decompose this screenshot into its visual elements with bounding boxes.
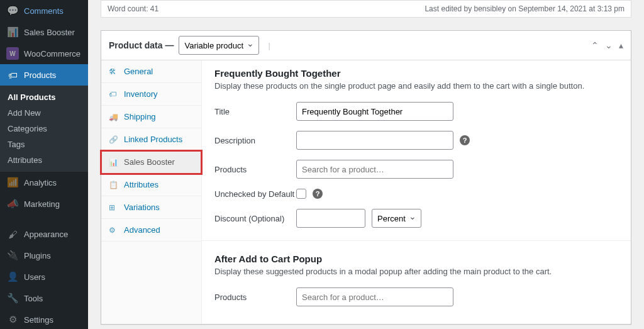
sidebar-item-appearance[interactable]: 🖌Appearance <box>0 223 88 245</box>
fbt-products-label: Products <box>214 165 296 174</box>
sidebar-item-settings[interactable]: ⚙Settings <box>0 309 88 329</box>
sidebar-item-users[interactable]: 👤Users <box>0 266 88 287</box>
list-icon: 📋 <box>109 181 119 189</box>
fbt-discount-input[interactable] <box>296 209 365 228</box>
after-cart-products-input[interactable] <box>296 287 453 306</box>
sidebar-item-comments[interactable]: 💬Comments <box>0 0 88 21</box>
after-cart-products-label: Products <box>214 293 296 302</box>
sidebar-item-tools[interactable]: 🔧Tools <box>0 287 88 309</box>
fbt-discount-label: Discount (Optional) <box>214 214 296 223</box>
toggle-icon[interactable]: ▴ <box>619 40 623 50</box>
link-icon: 🔗 <box>109 135 119 144</box>
tab-linked-products[interactable]: 🔗Linked Products <box>101 128 201 151</box>
bars-icon: 📶 <box>6 176 19 189</box>
wordcount-bar: Word count: 41 Last edited by bensibley … <box>101 0 631 18</box>
sidebar-item-woocommerce[interactable]: WWooCommerce <box>0 43 88 64</box>
help-icon[interactable]: ? <box>460 135 470 145</box>
submenu-all-products[interactable]: All Products <box>0 89 88 105</box>
wrench-icon: 🔧 <box>6 292 19 304</box>
submenu-attributes[interactable]: Attributes <box>0 152 88 168</box>
megaphone-icon: 📣 <box>6 198 19 210</box>
products-submenu: All Products Add New Categories Tags Att… <box>0 86 88 172</box>
tag-icon: 🏷 <box>109 90 119 99</box>
main-content: Word count: 41 Last edited by bensibley … <box>88 0 644 329</box>
user-icon: 👤 <box>6 270 19 283</box>
chart-icon: 📊 <box>109 158 119 167</box>
wrench-icon: 🛠 <box>109 67 119 76</box>
plug-icon: 🔌 <box>6 249 19 262</box>
product-type-select[interactable]: Variable product <box>179 36 259 55</box>
after-cart-heading: After Add to Cart Popup <box>214 254 618 264</box>
fbt-unchecked-label: Unchecked by Default <box>214 189 296 199</box>
product-data-box: Product data — Variable product | ⌃ ⌄ ▴ … <box>101 30 631 325</box>
last-edited: Last edited by bensibley on September 14… <box>425 4 625 13</box>
gear-icon: ⚙ <box>109 226 119 235</box>
fbt-description-input[interactable] <box>296 131 453 150</box>
fbt-title-label: Title <box>214 107 296 116</box>
fbt-heading: Frequently Bought Together <box>214 68 618 79</box>
tab-advanced[interactable]: ⚙Advanced <box>101 219 201 242</box>
admin-sidebar: 💬Comments 📊Sales Booster WWooCommerce 🏷P… <box>0 0 88 329</box>
tab-attributes[interactable]: 📋Attributes <box>101 174 201 196</box>
move-up-icon[interactable]: ⌃ <box>591 40 599 50</box>
sliders-icon: ⚙ <box>6 313 19 326</box>
chart-icon: 📊 <box>6 26 19 38</box>
tab-inventory[interactable]: 🏷Inventory <box>101 83 201 106</box>
truck-icon: 🚚 <box>109 113 119 121</box>
comment-icon: 💬 <box>6 4 19 17</box>
tab-sales-booster[interactable]: 📊Sales Booster <box>101 151 201 174</box>
sidebar-item-sales-booster[interactable]: 📊Sales Booster <box>0 21 88 43</box>
tab-shipping[interactable]: 🚚Shipping <box>101 106 201 128</box>
after-cart-desc: Display these suggested products in a mo… <box>214 267 618 276</box>
tab-variations[interactable]: ⊞Variations <box>101 196 201 219</box>
move-down-icon[interactable]: ⌄ <box>605 40 613 50</box>
postbox-actions: ⌃ ⌄ ▴ <box>591 40 623 50</box>
woo-icon: W <box>6 47 19 60</box>
submenu-categories[interactable]: Categories <box>0 121 88 137</box>
fbt-title-input[interactable] <box>296 102 453 121</box>
product-data-tabs: 🛠General 🏷Inventory 🚚Shipping 🔗Linked Pr… <box>101 60 202 324</box>
fbt-products-input[interactable] <box>296 160 453 179</box>
tab-general[interactable]: 🛠General <box>101 60 201 83</box>
grid-icon: ⊞ <box>109 203 119 212</box>
sidebar-item-analytics[interactable]: 📶Analytics <box>0 172 88 193</box>
sidebar-item-plugins[interactable]: 🔌Plugins <box>0 245 88 266</box>
word-count: Word count: 41 <box>108 4 158 13</box>
tag-icon: 🏷 <box>6 69 19 81</box>
help-icon[interactable]: ? <box>313 189 323 199</box>
sales-booster-panel: Frequently Bought Together Display these… <box>202 60 631 324</box>
submenu-add-new[interactable]: Add New <box>0 105 88 121</box>
fbt-unchecked-checkbox[interactable] <box>296 189 306 199</box>
submenu-tags[interactable]: Tags <box>0 137 88 152</box>
product-data-title: Product data — <box>109 40 174 50</box>
product-data-header: Product data — Variable product | ⌃ ⌄ ▴ <box>101 31 631 60</box>
sidebar-item-products[interactable]: 🏷Products <box>0 64 88 86</box>
fbt-description-label: Description <box>214 136 296 145</box>
fbt-discount-unit-select[interactable]: Percent <box>372 209 421 228</box>
divider <box>202 240 631 241</box>
fbt-desc: Display these products on the single pro… <box>214 81 618 91</box>
brush-icon: 🖌 <box>6 228 19 240</box>
sidebar-item-marketing[interactable]: 📣Marketing <box>0 193 88 215</box>
